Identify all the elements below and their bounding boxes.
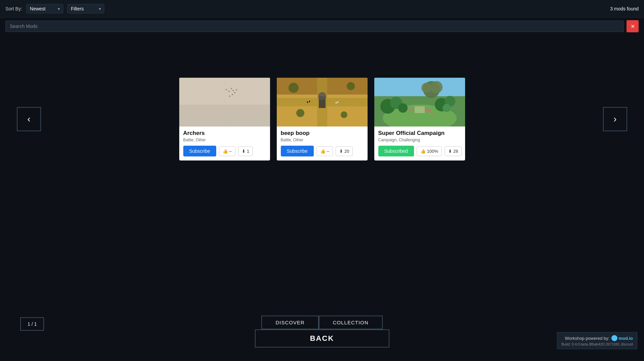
downloads-button-archers[interactable]: ⬇ 1 xyxy=(238,146,253,156)
modio-brand: mod.io xyxy=(618,336,633,341)
filter-dropdown[interactable]: Filters Battle Campaign Other xyxy=(67,4,104,13)
svg-point-20 xyxy=(296,109,304,117)
powered-by-section: Workshop powered by: mod.io xyxy=(565,335,633,341)
subscribed-button-campaign[interactable]: Subscribed xyxy=(378,146,414,156)
sort-dropdown[interactable]: Newest Oldest Most Popular Least Popular xyxy=(26,4,63,13)
card-title-archers: Archers xyxy=(183,130,266,137)
archers-thumb-svg xyxy=(179,78,270,127)
subscribe-button-archers[interactable]: Subscribe xyxy=(183,146,216,156)
svg-rect-34 xyxy=(415,106,425,113)
svg-rect-21 xyxy=(307,101,308,103)
download-icon-campaign: ⬇ xyxy=(448,149,452,154)
tab-row: DISCOVER COLLECTION xyxy=(261,316,382,329)
card-tags-campaign: Campaign, Challenging xyxy=(378,138,461,142)
sort-label: Sort By: xyxy=(5,6,22,11)
svg-point-16 xyxy=(318,92,326,100)
tab-collection[interactable]: COLLECTION xyxy=(319,316,383,329)
card-body-campaign: Super Official Campaign Campaign, Challe… xyxy=(374,127,465,160)
svg-point-30 xyxy=(398,103,408,113)
cards-container: Archers Battle, Other Subscribe 👍 – ⬇ 1 xyxy=(179,78,465,160)
modio-icon xyxy=(611,335,617,341)
sort-dropdown-wrapper: Newest Oldest Most Popular Least Popular… xyxy=(26,4,63,13)
next-arrow-button[interactable]: › xyxy=(603,107,627,131)
search-input[interactable] xyxy=(5,21,624,32)
modio-logo: mod.io xyxy=(611,335,633,341)
campaign-thumb-svg xyxy=(374,78,465,127)
svg-point-3 xyxy=(226,89,227,90)
svg-point-9 xyxy=(232,94,233,95)
mod-card-beepboop[interactable]: beep boop Battle, Other Subscribe 👍 – ⬇ … xyxy=(277,78,368,160)
thumbs-up-icon: 👍 xyxy=(223,149,228,154)
card-tags-archers: Battle, Other xyxy=(183,138,266,142)
card-body-beepboop: beep boop Battle, Other Subscribe 👍 – ⬇ … xyxy=(277,127,368,160)
card-title-beepboop: beep boop xyxy=(281,130,364,137)
svg-rect-26 xyxy=(374,78,465,96)
svg-point-36 xyxy=(430,81,443,93)
download-icon-beepboop: ⬇ xyxy=(339,149,343,154)
svg-point-6 xyxy=(232,90,234,91)
card-thumbnail-campaign xyxy=(374,78,465,127)
svg-point-18 xyxy=(347,82,355,90)
prev-arrow-button[interactable]: ‹ xyxy=(17,107,41,131)
back-button[interactable]: BACK xyxy=(255,329,389,348)
beepboop-thumb-svg xyxy=(277,78,368,127)
bottom-section: DISCOVER COLLECTION BACK xyxy=(0,316,644,348)
downloads-count-campaign: 28 xyxy=(453,149,458,154)
svg-point-19 xyxy=(341,111,347,118)
svg-point-4 xyxy=(228,91,230,92)
svg-point-7 xyxy=(234,92,235,93)
likes-count-beepboop: – xyxy=(327,149,329,154)
svg-point-5 xyxy=(231,88,232,89)
footer-badge: Workshop powered by: mod.io Build: 0.4.0… xyxy=(557,332,637,349)
prev-arrow-icon: ‹ xyxy=(27,114,30,124)
thumbs-up-icon-campaign: 👍 xyxy=(420,149,426,154)
mods-found-label: 3 mods found xyxy=(610,6,639,11)
mod-card-campaign[interactable]: Super Official Campaign Campaign, Challe… xyxy=(374,78,465,160)
mod-card-archers[interactable]: Archers Battle, Other Subscribe 👍 – ⬇ 1 xyxy=(179,78,270,160)
card-actions-archers: Subscribe 👍 – ⬇ 1 xyxy=(183,146,266,156)
download-icon-archers: ⬇ xyxy=(242,149,245,154)
likes-button-archers[interactable]: 👍 – xyxy=(219,146,235,156)
thumbs-up-icon-beepboop: 👍 xyxy=(320,149,326,154)
powered-by-label: Workshop powered by: xyxy=(565,336,610,341)
main-content: ‹ xyxy=(0,35,644,203)
downloads-count-archers: 1 xyxy=(247,149,249,154)
downloads-button-campaign[interactable]: ⬇ 28 xyxy=(445,146,462,156)
svg-rect-23 xyxy=(336,102,337,104)
likes-button-beepboop[interactable]: 👍 – xyxy=(316,146,333,156)
clear-search-button[interactable]: ✕ xyxy=(627,20,639,32)
search-row: ✕ xyxy=(0,17,644,35)
svg-rect-24 xyxy=(337,101,338,103)
svg-point-17 xyxy=(289,83,299,93)
svg-point-33 xyxy=(443,104,451,112)
card-actions-campaign: Subscribed 👍 100% ⬇ 28 xyxy=(378,146,461,156)
card-actions-beepboop: Subscribe 👍 – ⬇ 20 xyxy=(281,146,364,156)
downloads-button-beepboop[interactable]: ⬇ 20 xyxy=(336,146,353,156)
likes-count-campaign: 100% xyxy=(427,149,438,154)
svg-rect-22 xyxy=(309,101,310,102)
build-info: Build: 0.4.0.beta.8fbab420.3971081 disco… xyxy=(561,342,633,346)
downloads-count-beepboop: 20 xyxy=(344,149,349,154)
tab-discover[interactable]: DISCOVER xyxy=(261,316,318,329)
card-body-archers: Archers Battle, Other Subscribe 👍 – ⬇ 1 xyxy=(179,127,270,160)
likes-button-campaign[interactable]: 👍 100% xyxy=(417,146,442,156)
header: Sort By: Newest Oldest Most Popular Leas… xyxy=(0,0,644,17)
subscribe-button-beepboop[interactable]: Subscribe xyxy=(281,146,314,156)
svg-point-37 xyxy=(421,83,431,93)
next-arrow-icon: › xyxy=(613,114,616,124)
svg-point-10 xyxy=(229,96,230,97)
card-title-campaign: Super Official Campaign xyxy=(378,130,461,137)
card-thumbnail-archers xyxy=(179,78,270,127)
card-thumbnail-beepboop xyxy=(277,78,368,127)
svg-point-8 xyxy=(236,89,237,91)
filter-dropdown-wrapper: Filters Battle Campaign Other ▼ xyxy=(67,4,104,13)
likes-count-archers: – xyxy=(229,149,232,154)
card-tags-beepboop: Battle, Other xyxy=(281,138,364,142)
